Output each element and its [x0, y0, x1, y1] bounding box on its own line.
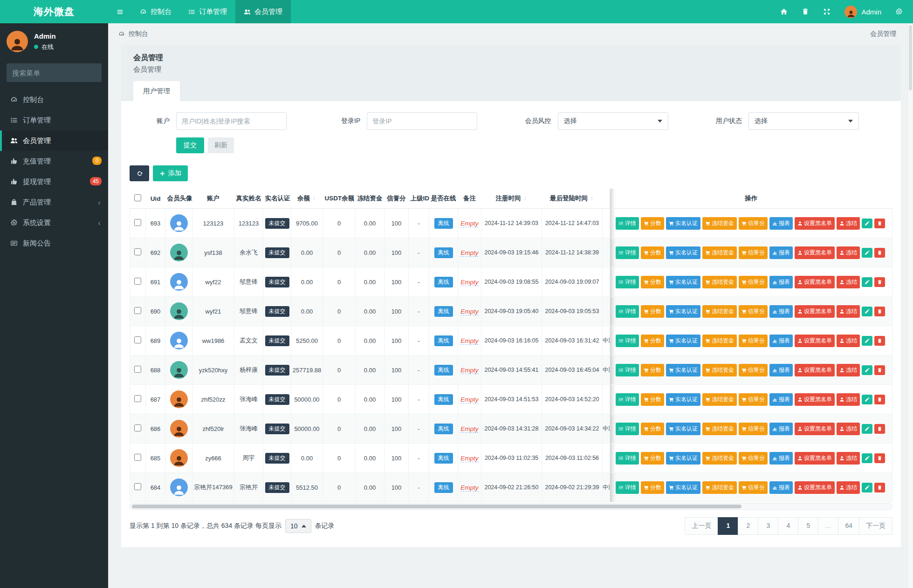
status-select[interactable]: 选择 — [748, 112, 859, 130]
credit-score-button[interactable]: 信誉分 — [739, 481, 768, 494]
freeze-funds-button[interactable]: 冻结资金 — [702, 364, 737, 376]
blacklist-button[interactable]: 设置黑名单 — [795, 335, 835, 347]
remark-link[interactable]: Empty — [460, 337, 478, 345]
avatar[interactable] — [170, 420, 188, 438]
sidebar-toggle-button[interactable] — [108, 0, 131, 23]
score-button[interactable]: 分数 — [641, 393, 664, 406]
score-button[interactable]: 分数 — [641, 335, 664, 347]
report-button[interactable]: 报表 — [769, 481, 793, 494]
score-button[interactable]: 分数 — [641, 364, 664, 376]
sidebar-item-news[interactable]: 新闻公告 — [0, 233, 108, 253]
kyc-button[interactable]: 实名认证 — [666, 452, 700, 465]
edit-button[interactable] — [862, 453, 872, 463]
blacklist-button[interactable]: 设置黑名单 — [795, 481, 835, 494]
sidebar-item-products[interactable]: 产品管理‹ — [0, 192, 108, 212]
freeze-button[interactable]: 冻结 — [837, 481, 860, 494]
page-button[interactable]: 4 — [778, 517, 798, 535]
sort-icon[interactable] — [523, 196, 528, 201]
delete-button[interactable] — [874, 424, 885, 434]
gears-icon[interactable] — [895, 8, 903, 15]
report-button[interactable]: 报表 — [769, 305, 793, 318]
freeze-button[interactable]: 冻结 — [837, 393, 860, 406]
credit-score-button[interactable]: 信誉分 — [739, 305, 768, 318]
scrollbar-thumb[interactable] — [132, 505, 741, 508]
freeze-funds-button[interactable]: 冻结资金 — [702, 423, 737, 435]
expand-icon[interactable] — [823, 8, 831, 15]
blacklist-button[interactable]: 设置黑名单 — [795, 217, 835, 230]
score-button[interactable]: 分数 — [641, 276, 664, 288]
nav-item-orders[interactable]: 订单管理 — [180, 0, 235, 23]
edit-button[interactable] — [862, 307, 872, 316]
avatar[interactable] — [170, 361, 188, 379]
report-button[interactable]: 报表 — [769, 335, 793, 347]
delete-button[interactable] — [874, 365, 885, 375]
prev-page-button[interactable]: 上一页 — [685, 517, 718, 535]
detail-button[interactable]: 详情 — [616, 217, 639, 230]
sidebar-item-recharge[interactable]: 充值管理0 — [0, 151, 108, 171]
report-button[interactable]: 报表 — [769, 393, 793, 406]
account-input[interactable] — [176, 112, 287, 130]
remark-link[interactable]: Empty — [460, 220, 478, 227]
horizontal-scrollbar[interactable] — [130, 503, 892, 510]
blacklist-button[interactable]: 设置黑名单 — [795, 423, 835, 435]
blacklist-button[interactable]: 设置黑名单 — [795, 452, 835, 465]
report-button[interactable]: 报表 — [769, 452, 793, 465]
delete-button[interactable] — [874, 336, 885, 346]
sort-icon[interactable] — [590, 196, 594, 201]
avatar[interactable] — [170, 214, 188, 232]
detail-button[interactable]: 详情 — [616, 246, 639, 259]
kyc-button[interactable]: 实名认证 — [666, 217, 700, 230]
credit-score-button[interactable]: 信誉分 — [739, 217, 768, 230]
delete-button[interactable] — [874, 307, 885, 316]
remark-link[interactable]: Empty — [460, 279, 478, 286]
row-checkbox[interactable] — [134, 424, 141, 431]
sidebar-item-withdraw[interactable]: 提现管理45 — [0, 171, 108, 192]
avatar[interactable] — [170, 390, 188, 408]
vertical-scrollbar[interactable] — [907, 23, 913, 588]
scrollbar-thumb[interactable] — [909, 25, 912, 90]
freeze-button[interactable]: 冻结 — [837, 276, 860, 288]
freeze-button[interactable]: 冻结 — [837, 217, 860, 230]
freeze-funds-button[interactable]: 冻结资金 — [702, 217, 737, 230]
credit-score-button[interactable]: 信誉分 — [739, 452, 768, 465]
delete-button[interactable] — [874, 248, 885, 258]
blacklist-button[interactable]: 设置黑名单 — [795, 305, 835, 318]
detail-button[interactable]: 详情 — [616, 335, 639, 347]
row-checkbox[interactable] — [134, 248, 141, 255]
report-button[interactable]: 报表 — [769, 246, 793, 259]
detail-button[interactable]: 详情 — [616, 305, 639, 318]
kyc-button[interactable]: 实名认证 — [666, 393, 700, 406]
delete-button[interactable] — [874, 453, 885, 463]
blacklist-button[interactable]: 设置黑名单 — [795, 393, 835, 406]
row-checkbox[interactable] — [134, 219, 141, 226]
blacklist-button[interactable]: 设置黑名单 — [795, 276, 835, 288]
credit-score-button[interactable]: 信誉分 — [739, 393, 768, 406]
freeze-button[interactable]: 冻结 — [837, 335, 860, 347]
page-button[interactable]: 2 — [738, 517, 758, 535]
freeze-button[interactable]: 冻结 — [837, 423, 860, 435]
remark-link[interactable]: Empty — [460, 367, 478, 374]
avatar[interactable] — [170, 479, 188, 496]
detail-button[interactable]: 详情 — [616, 276, 639, 288]
report-button[interactable]: 报表 — [769, 364, 793, 376]
column-header[interactable]: 余额 — [291, 189, 323, 209]
remark-link[interactable]: Empty — [460, 249, 478, 257]
reload-table-button[interactable] — [130, 165, 149, 181]
refresh-button[interactable]: 刷新 — [208, 137, 234, 153]
delete-button[interactable] — [874, 395, 885, 404]
freeze-button[interactable]: 冻结 — [837, 452, 860, 465]
edit-button[interactable] — [862, 219, 872, 228]
freeze-button[interactable]: 冻结 — [837, 364, 860, 376]
edit-button[interactable] — [862, 336, 872, 346]
detail-button[interactable]: 详情 — [616, 452, 639, 465]
edit-button[interactable] — [862, 248, 872, 258]
detail-button[interactable]: 详情 — [616, 364, 639, 376]
row-checkbox[interactable] — [134, 278, 141, 285]
credit-score-button[interactable]: 信誉分 — [739, 364, 768, 376]
home-icon[interactable] — [780, 8, 788, 15]
sort-icon[interactable] — [312, 196, 316, 201]
edit-button[interactable] — [862, 277, 872, 287]
report-button[interactable]: 报表 — [769, 217, 793, 230]
delete-button[interactable] — [874, 277, 885, 287]
report-button[interactable]: 报表 — [769, 423, 793, 435]
